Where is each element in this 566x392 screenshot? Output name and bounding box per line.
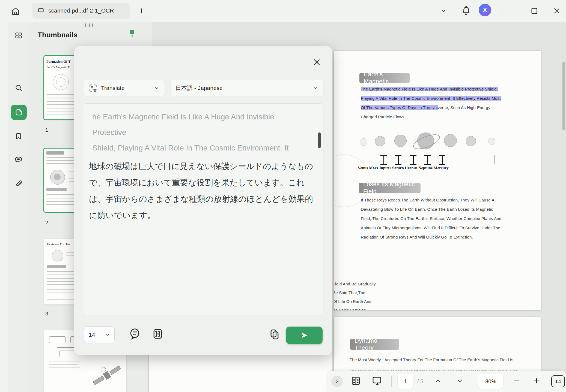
titlebar-dropdown-button[interactable] (439, 8, 448, 15)
sidebar-item-attachments[interactable] (8, 175, 29, 192)
chevron-up-icon (434, 377, 442, 385)
document-tab[interactable]: scanned-pd...df-2-1_OCR (32, 3, 130, 19)
plus-icon (138, 7, 145, 15)
actual-size-button[interactable]: 1:1 (551, 375, 565, 387)
titlebar-separator (502, 5, 502, 16)
bell-icon (461, 5, 472, 17)
thumb1-page-number: 1 (45, 127, 48, 133)
translate-dialog: A文 Translate 日本語 - Japanese he Earth's M… (74, 46, 332, 355)
svg-text:A: A (91, 85, 93, 89)
copy-button[interactable] (269, 328, 281, 341)
paperclip-icon (14, 179, 23, 188)
minimize-icon (508, 7, 517, 15)
language-label: 日本語 - Japanese (175, 84, 223, 92)
pin-panel-button[interactable] (128, 29, 136, 41)
send-icon (300, 331, 308, 339)
minimize-button[interactable] (508, 7, 517, 16)
text-box-icon (152, 328, 164, 340)
page-total: / 5 (417, 378, 423, 385)
thumb1-title: Formation Of T (46, 59, 71, 64)
thumb3-page-number: 3 (45, 311, 48, 317)
source-scrollbar-thumb[interactable] (318, 132, 321, 148)
maximize-button[interactable] (530, 7, 539, 16)
page1-paragraph-2: If These Rays Reach The Earth Without Ob… (361, 195, 501, 242)
page-number-input[interactable]: 1 (398, 374, 413, 389)
pin-icon (128, 29, 136, 40)
expand-toolbar-button[interactable] (331, 376, 343, 387)
tab-title: scanned-pd...df-2-1_OCR (48, 7, 114, 14)
grid-icon (14, 31, 23, 40)
close-icon (552, 7, 561, 15)
plus-zoom-icon (533, 377, 540, 385)
sidebar-item-search[interactable] (8, 79, 29, 97)
presentation-icon (371, 375, 383, 387)
translated-text[interactable]: 地球の磁場は巨大で目に見えない保護シールドのようなもので、宇宙環境において重要な… (89, 158, 315, 224)
sidebar-item-thumbnails[interactable] (11, 105, 27, 120)
chevron-down-icon (456, 377, 464, 385)
comment-insert-button[interactable] (129, 327, 141, 342)
page-navigation-toolbar: 1 / 5 80% 1:1 (328, 371, 566, 392)
page1-heading-1: Earth's Magnetic (359, 73, 410, 83)
chevron-down-icon (439, 8, 448, 14)
thumb4-flowchart (49, 336, 65, 343)
font-size-dropdown[interactable]: 14 (84, 326, 115, 343)
thumb2-page-number: 2 (45, 220, 48, 226)
new-tab-button[interactable] (138, 7, 145, 16)
sidebar-item-bookmarks[interactable] (8, 128, 29, 145)
sidebar-item-apps[interactable] (8, 27, 29, 44)
window-scrollbar[interactable] (562, 22, 565, 392)
two-page-view-icon (350, 375, 361, 386)
page2-line-1: The Most Widely - Accepted Theory For Th… (350, 355, 513, 364)
document-tab-icon (37, 7, 44, 14)
home-button[interactable] (11, 7, 20, 17)
panel-drag-handle[interactable] (85, 23, 93, 27)
home-icon (11, 7, 20, 16)
page1-heading-2: Loses Its Magnetic Field (359, 183, 421, 193)
selected-text: The Earth's Magnetic Field Is Like A Hug… (361, 87, 498, 91)
scrollbar-thumb[interactable] (562, 62, 565, 130)
font-size-chevron-icon (105, 332, 110, 337)
thumb3-title: Evidence For The (47, 242, 70, 246)
translate-icon: A文 (88, 83, 98, 93)
next-page-button[interactable] (456, 377, 464, 386)
dialog-close-button[interactable] (313, 58, 321, 67)
planets-caption: Venus Mars Jupiter Saturn Uranus Neptune… (358, 166, 448, 170)
two-page-view-button[interactable] (350, 375, 361, 387)
left-sidebar-rail (8, 22, 29, 392)
search-icon (14, 83, 23, 92)
speech-bubble-icon (129, 327, 141, 341)
titlebar: scanned-pd...df-2-1_OCR X (0, 0, 566, 22)
minus-icon (513, 377, 520, 385)
page1-left-fragments: Field And Be Gradually Be Said That,The … (334, 280, 376, 310)
language-chevron-icon (312, 85, 318, 91)
pdf-page-1: Earth's Magnetic The Earth's Magnetic Fi… (334, 51, 541, 310)
zoom-in-button[interactable] (533, 377, 540, 386)
replace-text-button[interactable] (152, 328, 164, 341)
svg-text:文: 文 (93, 88, 97, 92)
user-avatar[interactable]: X (479, 4, 491, 16)
mode-dropdown[interactable]: A文 Translate (84, 80, 165, 96)
comment-bubble-icon (14, 155, 23, 164)
send-translate-button[interactable] (286, 327, 323, 344)
mode-label: Translate (101, 85, 125, 91)
font-size-value: 14 (89, 331, 95, 338)
language-dropdown[interactable]: 日本語 - Japanese (171, 80, 323, 96)
dialog-close-icon (313, 58, 321, 66)
zoom-level-input[interactable]: 80% (478, 374, 503, 389)
copy-icon (269, 328, 281, 340)
current-page: 1 (404, 378, 407, 385)
translation-text-panel: he Earth's Magnetic Field Is Like A Huge… (83, 103, 323, 315)
presentation-mode-button[interactable] (371, 375, 383, 388)
panel-divider (83, 149, 323, 149)
previous-page-button[interactable] (434, 377, 442, 386)
zoom-out-button[interactable] (513, 377, 520, 386)
page1-paragraph-1: The Earth's Magnetic Field Is Like A Hug… (361, 85, 501, 122)
page-thumbnails-icon (15, 108, 23, 116)
thumb4-satellite-image (90, 361, 124, 390)
notifications-button[interactable] (461, 5, 472, 18)
chevron-right-icon (334, 379, 340, 384)
thumb1-subtitle: Earth's Magnetic F (46, 65, 70, 69)
sidebar-item-comments[interactable] (8, 151, 29, 168)
close-window-button[interactable] (552, 7, 561, 16)
avatar-letter: X (483, 7, 487, 14)
